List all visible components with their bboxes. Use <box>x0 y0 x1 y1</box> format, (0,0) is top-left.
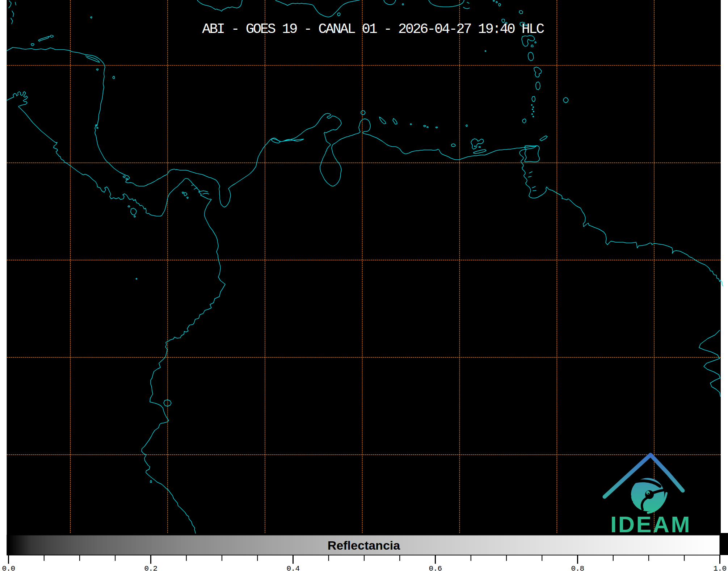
svg-text:0.4: 0.4 <box>286 564 299 571</box>
svg-text:1.0: 1.0 <box>713 564 726 571</box>
svg-text:0.6: 0.6 <box>429 564 442 571</box>
svg-text:0.2: 0.2 <box>144 564 157 571</box>
svg-text:0.8: 0.8 <box>571 564 584 571</box>
svg-text:Reflectancia: Reflectancia <box>328 538 400 552</box>
svg-text:IDEAM: IDEAM <box>610 512 691 537</box>
svg-text:ABI - GOES 19 - CANAL 01 - 202: ABI - GOES 19 - CANAL 01 - 2026-04-27 19… <box>202 21 544 37</box>
svg-text:0.0: 0.0 <box>2 564 15 571</box>
